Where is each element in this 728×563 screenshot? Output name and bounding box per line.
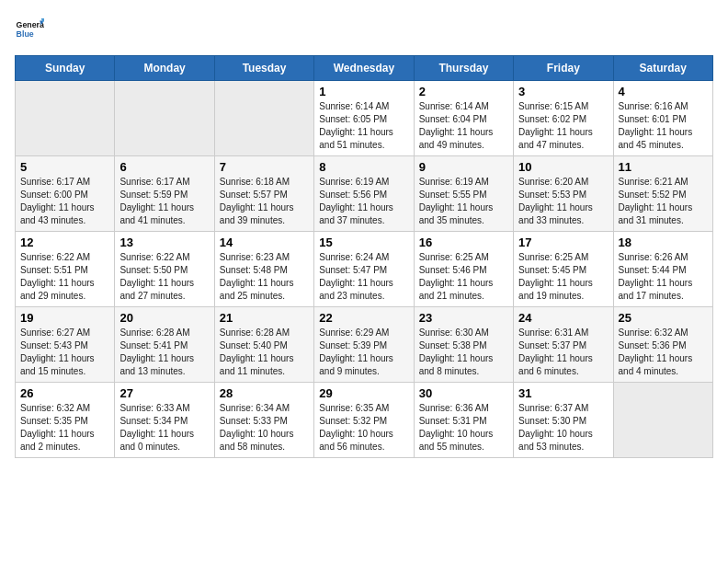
- week-row-2: 5Sunrise: 6:17 AMSunset: 6:00 PMDaylight…: [16, 156, 713, 232]
- date-number: 20: [119, 311, 209, 325]
- date-cell-19: 19Sunrise: 6:27 AMSunset: 5:43 PMDayligh…: [16, 307, 115, 383]
- day-header-tuesday: Tuesday: [214, 56, 313, 81]
- date-number: 19: [20, 311, 109, 325]
- date-cell-1: 1Sunrise: 6:14 AMSunset: 6:05 PMDaylight…: [314, 81, 414, 156]
- week-row-1: 1Sunrise: 6:14 AMSunset: 6:05 PMDaylight…: [16, 81, 713, 156]
- date-number: 12: [20, 236, 109, 249]
- date-number: 27: [119, 386, 209, 400]
- calendar-table: SundayMondayTuesdayWednesdayThursdayFrid…: [15, 55, 713, 458]
- logo: General Blue: [15, 15, 48, 44]
- cell-info: Sunrise: 6:25 AMSunset: 5:46 PMDaylight:…: [419, 251, 508, 303]
- date-number: 30: [419, 386, 508, 400]
- cell-info: Sunrise: 6:21 AMSunset: 5:52 PMDaylight:…: [619, 176, 708, 227]
- date-cell-29: 29Sunrise: 6:35 AMSunset: 5:32 PMDayligh…: [314, 383, 414, 458]
- date-cell-27: 27Sunrise: 6:33 AMSunset: 5:34 PMDayligh…: [115, 383, 214, 458]
- date-number: 29: [319, 386, 408, 400]
- date-cell-28: 28Sunrise: 6:34 AMSunset: 5:33 PMDayligh…: [214, 383, 313, 458]
- cell-info: Sunrise: 6:16 AMSunset: 6:01 PMDaylight:…: [619, 100, 708, 152]
- cell-info: Sunrise: 6:30 AMSunset: 5:38 PMDaylight:…: [419, 327, 508, 378]
- date-number: 18: [619, 236, 708, 249]
- page-header: General Blue: [15, 15, 713, 44]
- date-cell-8: 8Sunrise: 6:19 AMSunset: 5:56 PMDaylight…: [314, 156, 414, 232]
- day-header-saturday: Saturday: [613, 56, 712, 81]
- day-header-monday: Monday: [115, 56, 214, 81]
- date-number: 4: [619, 85, 708, 98]
- cell-info: Sunrise: 6:32 AMSunset: 5:35 PMDaylight:…: [20, 402, 109, 454]
- date-cell-4: 4Sunrise: 6:16 AMSunset: 6:01 PMDaylight…: [613, 81, 712, 156]
- cell-info: Sunrise: 6:26 AMSunset: 5:44 PMDaylight:…: [619, 251, 708, 303]
- date-cell-9: 9Sunrise: 6:19 AMSunset: 5:55 PMDaylight…: [414, 156, 513, 232]
- cell-info: Sunrise: 6:28 AMSunset: 5:40 PMDaylight:…: [220, 327, 309, 378]
- cell-info: Sunrise: 6:19 AMSunset: 5:55 PMDaylight:…: [419, 176, 508, 227]
- date-number: 24: [518, 311, 608, 325]
- cell-info: Sunrise: 6:19 AMSunset: 5:56 PMDaylight:…: [319, 176, 408, 227]
- logo-icon: General Blue: [15, 15, 44, 44]
- cell-info: Sunrise: 6:33 AMSunset: 5:34 PMDaylight:…: [119, 402, 209, 454]
- cell-info: Sunrise: 6:32 AMSunset: 5:36 PMDaylight:…: [619, 327, 708, 378]
- date-number: 2: [419, 85, 508, 98]
- date-cell-22: 22Sunrise: 6:29 AMSunset: 5:39 PMDayligh…: [314, 307, 414, 383]
- empty-cell: [115, 81, 214, 156]
- cell-info: Sunrise: 6:17 AMSunset: 6:00 PMDaylight:…: [20, 176, 109, 227]
- cell-info: Sunrise: 6:22 AMSunset: 5:50 PMDaylight:…: [119, 251, 209, 303]
- date-number: 23: [419, 311, 508, 325]
- cell-info: Sunrise: 6:25 AMSunset: 5:45 PMDaylight:…: [518, 251, 608, 303]
- date-number: 26: [20, 386, 109, 400]
- week-row-4: 19Sunrise: 6:27 AMSunset: 5:43 PMDayligh…: [16, 307, 713, 383]
- date-number: 3: [518, 85, 608, 98]
- cell-info: Sunrise: 6:23 AMSunset: 5:48 PMDaylight:…: [220, 251, 309, 303]
- week-row-5: 26Sunrise: 6:32 AMSunset: 5:35 PMDayligh…: [16, 383, 713, 458]
- day-header-friday: Friday: [514, 56, 613, 81]
- cell-info: Sunrise: 6:24 AMSunset: 5:47 PMDaylight:…: [319, 251, 408, 303]
- date-number: 28: [220, 386, 309, 400]
- date-cell-10: 10Sunrise: 6:20 AMSunset: 5:53 PMDayligh…: [514, 156, 613, 232]
- date-cell-15: 15Sunrise: 6:24 AMSunset: 5:47 PMDayligh…: [314, 232, 414, 307]
- day-header-thursday: Thursday: [414, 56, 513, 81]
- svg-text:General: General: [17, 20, 44, 29]
- cell-info: Sunrise: 6:29 AMSunset: 5:39 PMDaylight:…: [319, 327, 408, 378]
- date-cell-18: 18Sunrise: 6:26 AMSunset: 5:44 PMDayligh…: [613, 232, 712, 307]
- date-cell-5: 5Sunrise: 6:17 AMSunset: 6:00 PMDaylight…: [16, 156, 115, 232]
- date-number: 22: [319, 311, 408, 325]
- date-number: 15: [319, 236, 408, 249]
- date-cell-23: 23Sunrise: 6:30 AMSunset: 5:38 PMDayligh…: [414, 307, 513, 383]
- cell-info: Sunrise: 6:31 AMSunset: 5:37 PMDaylight:…: [518, 327, 608, 378]
- date-number: 21: [220, 311, 309, 325]
- cell-info: Sunrise: 6:35 AMSunset: 5:32 PMDaylight:…: [319, 402, 408, 454]
- date-cell-21: 21Sunrise: 6:28 AMSunset: 5:40 PMDayligh…: [214, 307, 313, 383]
- empty-cell: [214, 81, 313, 156]
- date-cell-6: 6Sunrise: 6:17 AMSunset: 5:59 PMDaylight…: [115, 156, 214, 232]
- cell-info: Sunrise: 6:27 AMSunset: 5:43 PMDaylight:…: [20, 327, 109, 378]
- cell-info: Sunrise: 6:14 AMSunset: 6:05 PMDaylight:…: [319, 100, 408, 152]
- date-cell-26: 26Sunrise: 6:32 AMSunset: 5:35 PMDayligh…: [16, 383, 115, 458]
- date-cell-30: 30Sunrise: 6:36 AMSunset: 5:31 PMDayligh…: [414, 383, 513, 458]
- date-number: 14: [220, 236, 309, 249]
- date-cell-20: 20Sunrise: 6:28 AMSunset: 5:41 PMDayligh…: [115, 307, 214, 383]
- date-cell-25: 25Sunrise: 6:32 AMSunset: 5:36 PMDayligh…: [613, 307, 712, 383]
- day-header-wednesday: Wednesday: [314, 56, 414, 81]
- date-number: 25: [619, 311, 708, 325]
- date-cell-17: 17Sunrise: 6:25 AMSunset: 5:45 PMDayligh…: [514, 232, 613, 307]
- header-row: SundayMondayTuesdayWednesdayThursdayFrid…: [16, 56, 713, 81]
- date-number: 17: [518, 236, 608, 249]
- date-number: 5: [20, 160, 109, 174]
- cell-info: Sunrise: 6:15 AMSunset: 6:02 PMDaylight:…: [518, 100, 608, 152]
- date-cell-7: 7Sunrise: 6:18 AMSunset: 5:57 PMDaylight…: [214, 156, 313, 232]
- week-row-3: 12Sunrise: 6:22 AMSunset: 5:51 PMDayligh…: [16, 232, 713, 307]
- date-cell-16: 16Sunrise: 6:25 AMSunset: 5:46 PMDayligh…: [414, 232, 513, 307]
- date-cell-13: 13Sunrise: 6:22 AMSunset: 5:50 PMDayligh…: [115, 232, 214, 307]
- date-number: 16: [419, 236, 508, 249]
- cell-info: Sunrise: 6:34 AMSunset: 5:33 PMDaylight:…: [220, 402, 309, 454]
- cell-info: Sunrise: 6:37 AMSunset: 5:30 PMDaylight:…: [518, 402, 608, 454]
- date-number: 10: [518, 160, 608, 174]
- date-number: 31: [518, 386, 608, 400]
- svg-text:Blue: Blue: [17, 29, 34, 39]
- date-number: 1: [319, 85, 408, 98]
- empty-cell: [613, 383, 712, 458]
- cell-info: Sunrise: 6:14 AMSunset: 6:04 PMDaylight:…: [419, 100, 508, 152]
- cell-info: Sunrise: 6:17 AMSunset: 5:59 PMDaylight:…: [119, 176, 209, 227]
- date-number: 8: [319, 160, 408, 174]
- date-cell-3: 3Sunrise: 6:15 AMSunset: 6:02 PMDaylight…: [514, 81, 613, 156]
- date-cell-14: 14Sunrise: 6:23 AMSunset: 5:48 PMDayligh…: [214, 232, 313, 307]
- date-number: 7: [220, 160, 309, 174]
